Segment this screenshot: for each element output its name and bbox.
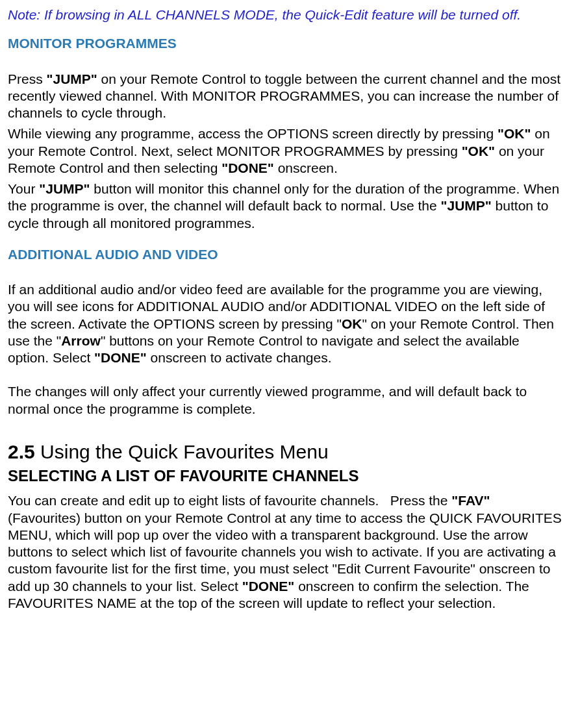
text-bold: "OK"	[462, 144, 495, 158]
text-bold: "JUMP"	[47, 71, 97, 86]
text-bold: "DONE"	[94, 350, 147, 365]
text: You can create and edit up to eight list…	[8, 493, 451, 508]
subheading-selecting-favourites: SELECTING A LIST OF FAVOURITE CHANNELS	[8, 466, 562, 486]
text-bold: "JUMP"	[441, 198, 492, 213]
text: onscreen.	[274, 160, 338, 175]
text-bold: "OK"	[498, 126, 531, 141]
note-text: Note: If browsing in ALL CHANNELS MODE, …	[8, 6, 562, 23]
text: Your	[8, 181, 39, 196]
paragraph: Press "JUMP" on your Remote Control to t…	[8, 71, 562, 122]
section-number: 2.5	[8, 441, 35, 462]
section-heading: 2.5 Using the Quick Favourites Menu	[8, 440, 562, 464]
text: onscreen to activate changes.	[147, 350, 332, 365]
text-bold: "DONE"	[242, 579, 295, 594]
paragraph: The changes will only affect your curren…	[8, 383, 562, 418]
text-bold: "JUMP"	[39, 181, 90, 196]
paragraph: You can create and edit up to eight list…	[8, 492, 562, 612]
text-bold: "FAV"	[451, 493, 490, 508]
paragraph: Your "JUMP" button will monitor this cha…	[8, 181, 562, 232]
heading-monitor-programmes: MONITOR PROGRAMMES	[8, 35, 562, 52]
paragraph: While viewing any programme, access the …	[8, 125, 562, 177]
text-bold: OK	[342, 316, 362, 331]
text: While viewing any programme, access the …	[8, 126, 498, 141]
text-bold: "DONE"	[221, 160, 274, 175]
text: Press	[8, 71, 47, 86]
heading-additional-audio-video: ADDITIONAL AUDIO AND VIDEO	[8, 246, 562, 263]
paragraph: If an additional audio and/or video feed…	[8, 281, 562, 366]
text-bold: Arrow	[61, 333, 101, 348]
section-title: Using the Quick Favourites Menu	[35, 441, 329, 462]
